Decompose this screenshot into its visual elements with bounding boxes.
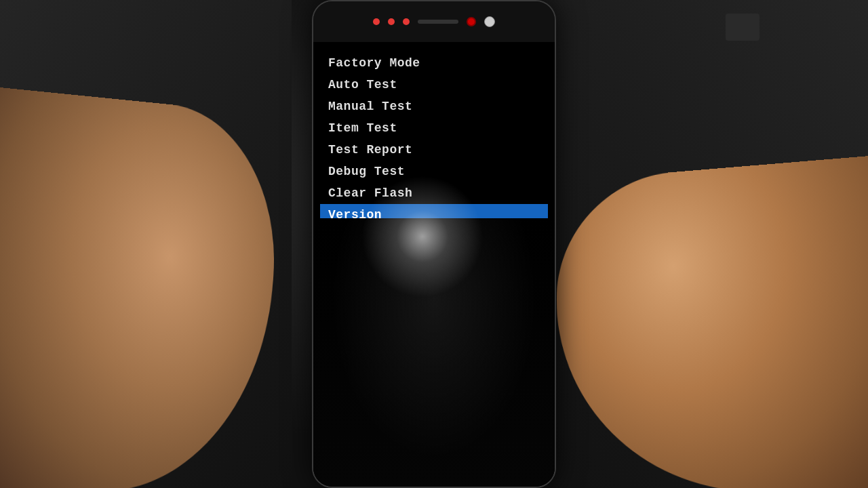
menu-item-item-test[interactable]: Item Test [320, 117, 548, 139]
menu-item-factory-mode[interactable]: Factory Mode [320, 52, 548, 74]
indicator-dot-3 [403, 18, 410, 25]
menu-item-auto-test[interactable]: Auto Test [320, 74, 548, 96]
phone-speaker [418, 20, 458, 24]
camera-dot [467, 17, 476, 26]
phone-top-bar [313, 1, 555, 42]
sensor-dot [484, 16, 495, 27]
screen-reflection-area [313, 218, 555, 487]
menu-item-test-report[interactable]: Test Report [320, 139, 548, 161]
indicator-dot-2 [388, 18, 395, 25]
menu-item-debug-test[interactable]: Debug Test [320, 161, 548, 182]
camera-prop [726, 14, 760, 41]
indicator-dot-1 [373, 18, 380, 25]
menu-item-clear-flash[interactable]: Clear Flash [320, 182, 548, 204]
phone-screen: Factory Mode Auto Test Manual Test Item … [313, 42, 555, 487]
phone-device: Factory Mode Auto Test Manual Test Item … [312, 0, 556, 488]
menu-item-manual-test[interactable]: Manual Test [320, 96, 548, 117]
